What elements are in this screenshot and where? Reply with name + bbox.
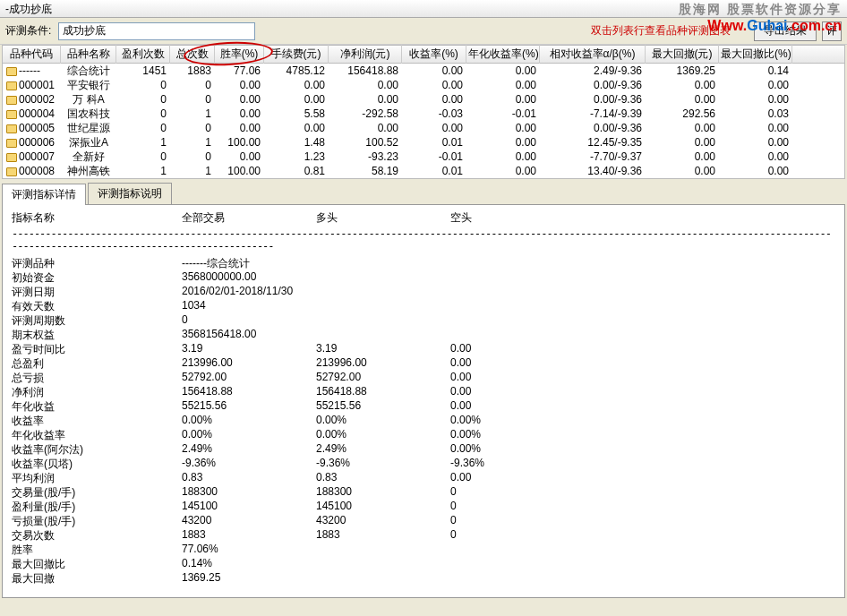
details-body: 评测品种-------综合统计初始资金3568000000.00评测日期2016…: [12, 256, 835, 598]
result-table: 品种代码品种名称盈利次数总次数胜率(%)手续费(元)净利润(元)收益率(%)年化…: [2, 45, 845, 179]
folder-icon: [6, 139, 17, 148]
detail-cell: 0.00: [450, 371, 558, 385]
cell-value: 12.45/-9.35: [540, 136, 646, 149]
detail-cell: 0: [450, 485, 558, 500]
detail-cell: 1883: [182, 528, 316, 543]
cell-name: 平安银行: [61, 78, 116, 93]
detail-row: 最大回撤比0.14%: [12, 557, 835, 571]
detail-cell: [182, 586, 316, 598]
detail-cell: 3568000000.00: [182, 270, 316, 285]
col-header[interactable]: 最大回撤比(%): [719, 45, 792, 64]
tab-explain[interactable]: 评测指标说明: [88, 183, 172, 204]
cell-code: ------: [3, 64, 61, 77]
cell-value: 0.00: [719, 136, 792, 149]
cell-code: 000004: [3, 107, 61, 120]
detail-cell: 1034: [182, 299, 316, 313]
col-header[interactable]: 总次数: [170, 45, 215, 64]
col-header[interactable]: 手续费(元): [264, 45, 329, 64]
table-row[interactable]: 000005世纪星源000.000.000.000.000.000.00/-9.…: [3, 121, 844, 135]
detail-cell: 0.00%: [450, 442, 558, 457]
table-row[interactable]: 000008神州高铁11100.000.8158.190.010.0013.40…: [3, 164, 844, 178]
col-header[interactable]: 最大回撤(元): [646, 45, 719, 64]
folder-icon: [6, 153, 17, 162]
detail-cell: [450, 299, 558, 313]
cell-value: 0.00: [329, 93, 402, 106]
cell-value: -0.03: [402, 107, 466, 120]
cell-value: 0.00: [646, 165, 719, 177]
folder-icon: [6, 124, 17, 133]
detail-cell: 3568156418.00: [182, 328, 316, 342]
detail-cell: 1369.25: [182, 571, 316, 586]
cell-value: 1: [170, 165, 215, 177]
detail-cell: 平均利润: [12, 471, 182, 485]
detail-cell: [316, 557, 450, 571]
detail-cell: 胜率: [12, 543, 182, 557]
cell-value: 0.00: [646, 93, 719, 106]
detail-row: 胜率77.06%: [12, 543, 835, 557]
table-row[interactable]: 000004国农科技010.005.58-292.58-0.03-0.01-7.…: [3, 107, 844, 121]
detail-cell: 0.14%: [182, 557, 316, 571]
detail-cell: 有效天数: [12, 299, 182, 313]
cell-value: 0.81: [264, 165, 329, 177]
col-header[interactable]: 品种名称: [61, 45, 116, 64]
table-row[interactable]: 000006深振业A11100.001.48100.520.010.0012.4…: [3, 135, 844, 150]
detail-row: 年化收益55215.5655215.560.00: [12, 399, 835, 414]
cell-value: 13.40/-9.36: [540, 165, 646, 177]
detail-cell: 亏损量(股/手): [12, 514, 182, 528]
cell-value: 0.00: [466, 122, 540, 134]
condition-input[interactable]: [58, 22, 255, 40]
detail-row: 期末权益3568156418.00: [12, 328, 835, 342]
detail-cell: [316, 586, 450, 598]
extra-button[interactable]: 评: [822, 21, 842, 41]
table-row[interactable]: 000002万 科A000.000.000.000.000.000.00/-9.…: [3, 92, 844, 107]
detail-cell: 0: [182, 313, 316, 328]
table-body: ------综合统计1451188377.064785.12156418.880…: [3, 64, 844, 178]
detail-cell: 2016/02/01-2018/11/30: [182, 285, 316, 299]
table-row[interactable]: 000007全新好000.001.23-93.23-0.010.00-7.70/…: [3, 150, 844, 164]
col-header[interactable]: 年化收益率(%): [466, 45, 540, 64]
col-header[interactable]: 品种代码: [3, 45, 61, 64]
detail-cell: -9.36%: [182, 457, 316, 471]
detail-cell: 总盈利: [12, 356, 182, 371]
detail-row: 最大回撤1369.25: [12, 571, 835, 586]
table-row[interactable]: 000001平安银行000.000.000.000.000.000.00/-9.…: [3, 78, 844, 92]
cell-name: 深振业A: [61, 135, 116, 150]
detail-cell: 2.49%: [316, 442, 450, 457]
cell-name: 神州高铁: [61, 164, 116, 179]
table-row[interactable]: ------综合统计1451188377.064785.12156418.880…: [3, 64, 844, 78]
detail-cell: 0.00: [450, 399, 558, 414]
detail-cell: [450, 543, 558, 557]
dh-name: 指标名称: [12, 210, 182, 226]
detail-row: 年化收益率0.00%0.00%0.00%: [12, 428, 835, 442]
cell-value: 156418.88: [329, 64, 402, 77]
cell-value: 0.00: [215, 107, 264, 120]
detail-cell: 213996.00: [316, 356, 450, 371]
detail-cell: 1883: [316, 528, 450, 543]
detail-cell: 2.49%: [182, 442, 316, 457]
col-header[interactable]: 盈利次数: [116, 45, 170, 64]
cell-value: 0.03: [719, 107, 792, 120]
cell-name: 综合统计: [61, 64, 116, 79]
cell-value: 0.00: [466, 165, 540, 177]
detail-row: 盈亏时间比3.193.190.00: [12, 342, 835, 356]
detail-row: 初始资金3568000000.00: [12, 270, 835, 285]
detail-cell: 0: [450, 514, 558, 528]
col-header[interactable]: 收益率(%): [402, 45, 466, 64]
col-header[interactable]: 净利润(元): [329, 45, 402, 64]
detail-row: 收益率(贝塔)-9.36%-9.36%-9.36%: [12, 457, 835, 471]
detail-row: 评测日期2016/02/01-2018/11/30: [12, 285, 835, 299]
detail-cell: 收益率: [12, 414, 182, 428]
detail-cell: 年化收益: [12, 399, 182, 414]
export-button[interactable]: 导出结果: [754, 21, 817, 41]
cell-name: 世纪星源: [61, 121, 116, 136]
toolbar: 评测条件: 双击列表行查看品种评测图表 导出结果 评: [0, 18, 847, 45]
detail-cell: 0.00: [450, 385, 558, 399]
col-header[interactable]: 相对收益率α/β(%): [540, 45, 646, 64]
tab-details[interactable]: 评测指标详情: [2, 184, 86, 205]
detail-cell: [12, 586, 182, 598]
detail-row: 总亏损52792.0052792.000.00: [12, 371, 835, 385]
detail-cell: [450, 571, 558, 586]
detail-cell: 0.00%: [316, 414, 450, 428]
col-header[interactable]: 胜率(%): [215, 45, 264, 64]
cell-value: 100.52: [329, 136, 402, 149]
